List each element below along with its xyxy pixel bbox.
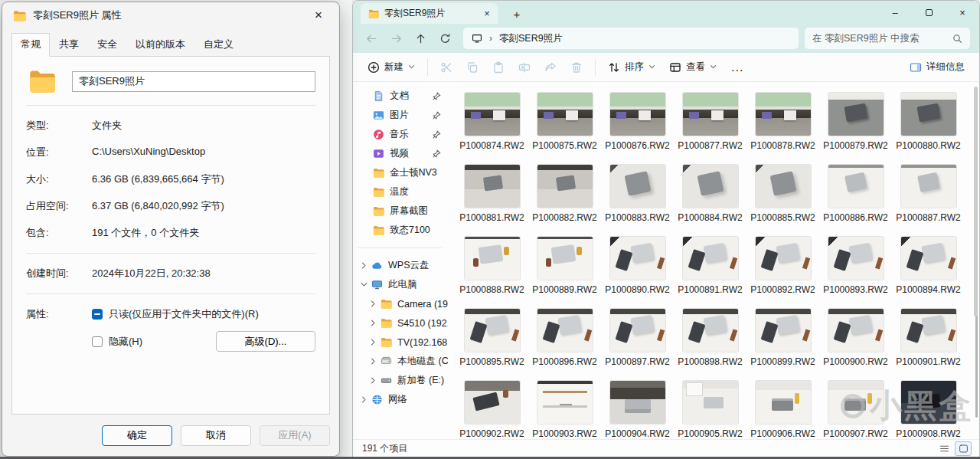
file-item[interactable]: P1000906.RW2 [746, 381, 819, 439]
sidebar-item-文档[interactable]: 文档 [353, 87, 448, 106]
file-item[interactable]: P1000907.RW2 [819, 381, 892, 439]
hidden-checkbox[interactable] [92, 336, 103, 347]
file-item[interactable]: P1000893.RW2 [819, 237, 892, 301]
file-item[interactable]: P1000874.RW2 [456, 93, 528, 157]
file-item[interactable]: P1000884.RW2 [674, 165, 746, 229]
list-view-icon[interactable] [936, 441, 952, 456]
file-item[interactable]: P1000891.RW2 [674, 237, 746, 301]
file-item[interactable]: P1000883.RW2 [601, 165, 674, 229]
sidebar-item-图片[interactable]: 图片 [353, 106, 448, 125]
dialog-tab-2[interactable]: 安全 [88, 33, 126, 57]
more-options-icon[interactable]: ... [724, 61, 751, 74]
sidebar-item-屏幕截图[interactable]: 屏幕截图 [353, 202, 448, 221]
ok-button[interactable]: 确定 [102, 425, 172, 446]
file-item[interactable]: P1000875.RW2 [528, 93, 601, 157]
file-item[interactable]: P1000877.RW2 [674, 93, 746, 157]
file-name: P1000903.RW2 [532, 428, 597, 439]
sidebar-item-WPS云盘[interactable]: WPS云盘 [353, 256, 448, 275]
sidebar-item-视频[interactable]: 视频 [353, 144, 448, 163]
thumbnail-view-icon[interactable] [955, 441, 972, 456]
view-button[interactable]: 查看 [662, 56, 724, 79]
new-button[interactable]: 新建 [361, 56, 422, 79]
maximize-button[interactable] [912, 1, 946, 24]
file-item[interactable]: P1000892.RW2 [746, 237, 819, 301]
file-item[interactable]: P1000908.RW2 [892, 381, 965, 439]
file-item[interactable]: P1000904.RW2 [601, 381, 674, 439]
file-item[interactable]: P1000888.RW2 [456, 237, 528, 301]
dialog-tab-4[interactable]: 自定义 [194, 33, 243, 57]
dialog-tab-1[interactable]: 共享 [50, 33, 88, 57]
sidebar-item-Camera (192.[interactable]: Camera (192. [353, 294, 448, 313]
up-icon[interactable] [408, 27, 433, 50]
chevron-right-icon[interactable] [360, 395, 368, 403]
file-item[interactable]: P1000889.RW2 [528, 237, 601, 301]
chevron-down-icon[interactable] [360, 280, 368, 288]
chevron-right-icon[interactable] [360, 261, 368, 269]
file-item[interactable]: P1000878.RW2 [746, 93, 819, 157]
breadcrumb[interactable]: 零刻SER9照片 [499, 32, 563, 45]
copy-icon[interactable] [459, 56, 485, 79]
sort-button[interactable]: 排序 [601, 56, 662, 79]
file-item[interactable]: P1000885.RW2 [746, 165, 819, 229]
advanced-button[interactable]: 高级(D)... [216, 331, 315, 352]
paste-icon[interactable] [485, 56, 511, 79]
chevron-right-icon[interactable] [369, 338, 377, 346]
file-item[interactable]: P1000890.RW2 [601, 237, 674, 301]
new-tab-button[interactable]: + [506, 4, 528, 24]
file-item[interactable]: P1000882.RW2 [528, 165, 601, 229]
file-item[interactable]: P1000898.RW2 [674, 309, 746, 373]
chevron-right-icon[interactable] [369, 300, 377, 307]
file-item[interactable]: P1000880.RW2 [892, 93, 965, 157]
file-item[interactable]: P1000895.RW2 [456, 309, 528, 373]
search-input[interactable]: 在 零刻SER9照片 中搜索 [805, 28, 970, 49]
file-item[interactable]: P1000881.RW2 [456, 165, 528, 229]
sidebar-item-本地磁盘 (C:)[interactable]: 本地磁盘 (C:) [353, 352, 448, 371]
sidebar-item-金士顿NV3[interactable]: 金士顿NV3 [353, 163, 448, 182]
minimize-button[interactable]: – [878, 1, 912, 24]
file-item[interactable]: P1000897.RW2 [601, 309, 674, 373]
dialog-tab-0[interactable]: 常规 [11, 33, 50, 57]
chevron-right-icon[interactable] [369, 357, 377, 365]
sidebar-item-音乐[interactable]: 音乐 [353, 125, 448, 144]
file-item[interactable]: P1000879.RW2 [819, 93, 892, 157]
sidebar-item-网络[interactable]: 网络 [353, 390, 448, 409]
cancel-button[interactable]: 取消 [181, 425, 251, 446]
file-item[interactable]: P1000900.RW2 [819, 309, 892, 373]
apply-button[interactable]: 应用(A) [260, 425, 330, 446]
sidebar-item-S4510 (192.1[interactable]: S4510 (192.1 [353, 313, 448, 333]
refresh-icon[interactable] [433, 27, 457, 50]
file-item[interactable]: P1000894.RW2 [892, 237, 965, 301]
share-icon[interactable] [537, 56, 564, 79]
address-bar[interactable]: › 零刻SER9照片 [463, 28, 799, 49]
sidebar-item-新加卷 (E:)[interactable]: 新加卷 (E:) [353, 371, 448, 390]
window-close-button[interactable]: × [946, 1, 979, 24]
explorer-tab[interactable]: 零刻SER9照片 × [361, 3, 498, 24]
delete-icon[interactable] [564, 56, 590, 79]
file-item[interactable]: P1000899.RW2 [746, 309, 819, 373]
dialog-tab-3[interactable]: 以前的版本 [126, 33, 194, 57]
close-icon[interactable]: × [302, 5, 335, 26]
cut-icon[interactable] [433, 56, 459, 79]
details-pane-button[interactable]: 详细信息 [903, 56, 972, 79]
content-scrollbar[interactable] [974, 87, 978, 316]
file-item[interactable]: P1000902.RW2 [456, 381, 528, 439]
sidebar-item-致态7100[interactable]: 致态7100 [353, 221, 448, 240]
folder-name-input[interactable] [72, 71, 315, 92]
file-item[interactable]: P1000886.RW2 [819, 165, 892, 229]
forward-icon[interactable] [384, 27, 408, 50]
readonly-checkbox[interactable] [92, 309, 103, 320]
file-item[interactable]: P1000887.RW2 [892, 165, 965, 229]
file-item[interactable]: P1000905.RW2 [674, 381, 746, 439]
file-item[interactable]: P1000901.RW2 [892, 309, 965, 373]
rename-icon[interactable] [511, 56, 537, 79]
tab-close-icon[interactable]: × [479, 6, 495, 21]
sidebar-item-TV(192.168.1[interactable]: TV(192.168.1 [353, 333, 448, 352]
file-item[interactable]: P1000876.RW2 [601, 93, 674, 157]
back-icon[interactable] [359, 27, 384, 50]
chevron-right-icon[interactable] [369, 319, 377, 326]
sidebar-item-温度[interactable]: 温度 [353, 182, 448, 202]
file-item[interactable]: P1000903.RW2 [528, 381, 601, 439]
chevron-right-icon[interactable] [369, 376, 377, 384]
file-item[interactable]: P1000896.RW2 [528, 309, 601, 373]
sidebar-item-此电脑[interactable]: 此电脑 [353, 275, 448, 294]
